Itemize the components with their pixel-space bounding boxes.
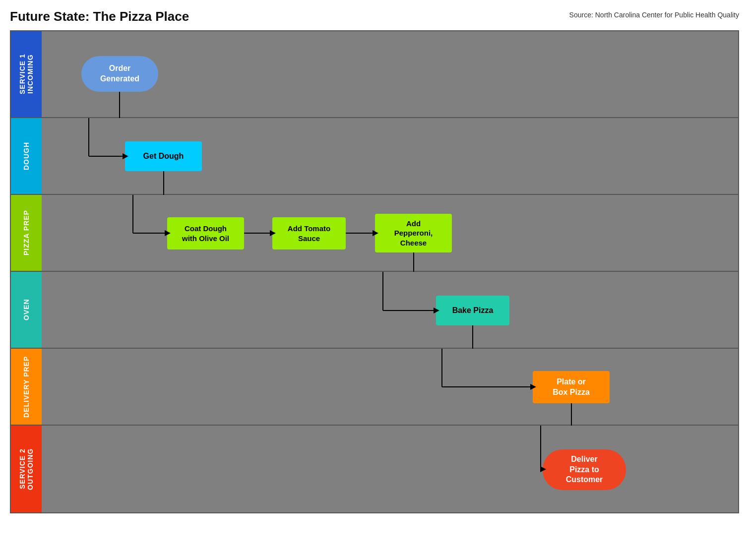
arrows-delivery-prep bbox=[42, 349, 738, 425]
lane-content-service2: DeliverPizza toCustomer bbox=[42, 426, 738, 512]
page-title: Future State: The Pizza Place bbox=[10, 9, 189, 24]
lane-pizza-prep: PIZZA PREP Coat Doughwith Olive Oil Add … bbox=[11, 195, 738, 272]
diagram-container: SERVICE 1INCOMING OrderGenerated DOUGH G… bbox=[10, 30, 739, 513]
arrows-oven bbox=[42, 272, 738, 348]
lane-content-service1: OrderGenerated bbox=[42, 31, 738, 117]
step-deliver-pizza: DeliverPizza toCustomer bbox=[543, 449, 626, 490]
lane-delivery-prep: DELIVERY PREP Plate orBox Pizza bbox=[11, 349, 738, 426]
page-header: Future State: The Pizza Place Source: No… bbox=[10, 9, 739, 24]
lane-label-delivery-prep: DELIVERY PREP bbox=[11, 349, 42, 425]
lane-content-oven: Bake Pizza bbox=[42, 272, 738, 348]
step-get-dough: Get Dough bbox=[125, 141, 202, 171]
page-wrapper: Future State: The Pizza Place Source: No… bbox=[10, 9, 739, 513]
lane-service2: SERVICE 2OUTGOING DeliverPizza toCustome… bbox=[11, 426, 738, 512]
lane-content-pizza-prep: Coat Doughwith Olive Oil Add TomatoSauce… bbox=[42, 195, 738, 271]
step-order-generated: OrderGenerated bbox=[81, 56, 158, 92]
arrows-service2 bbox=[42, 426, 738, 512]
step-plate-box: Plate orBox Pizza bbox=[533, 371, 610, 403]
step-coat-dough: Coat Doughwith Olive Oil bbox=[167, 217, 244, 249]
step-add-tomato: Add TomatoSauce bbox=[272, 217, 346, 249]
step-add-pepperoni: AddPepperoni,Cheese bbox=[375, 214, 452, 252]
step-bake-pizza: Bake Pizza bbox=[436, 296, 509, 325]
lane-label-service2: SERVICE 2OUTGOING bbox=[11, 426, 42, 512]
lane-label-service1: SERVICE 1INCOMING bbox=[11, 31, 42, 117]
page-source: Source: North Carolina Center for Public… bbox=[569, 9, 739, 19]
lane-content-delivery-prep: Plate orBox Pizza bbox=[42, 349, 738, 425]
lane-oven: OVEN Bake Pizza bbox=[11, 272, 738, 349]
lane-dough: DOUGH Get Dough bbox=[11, 118, 738, 195]
lane-label-pizza-prep: PIZZA PREP bbox=[11, 195, 42, 271]
lane-service1: SERVICE 1INCOMING OrderGenerated bbox=[11, 31, 738, 118]
lane-content-dough: Get Dough bbox=[42, 118, 738, 194]
lane-label-dough: DOUGH bbox=[11, 118, 42, 194]
lane-label-oven: OVEN bbox=[11, 272, 42, 348]
